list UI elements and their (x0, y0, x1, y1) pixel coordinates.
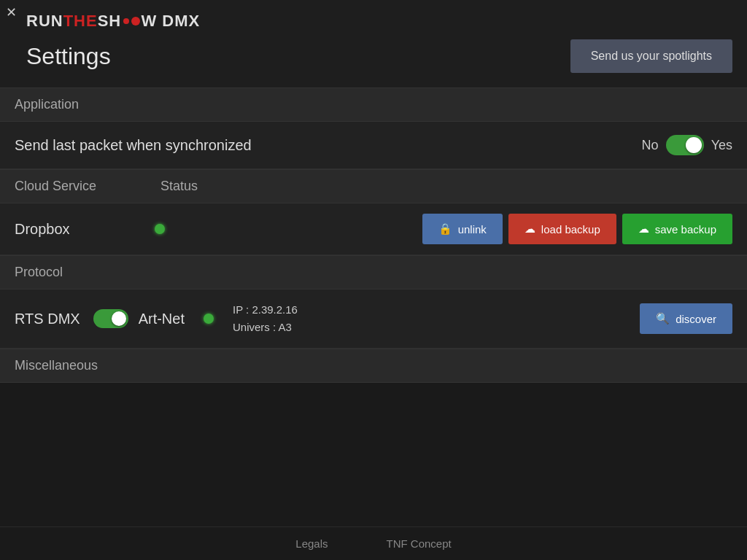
protocol-status-dot (204, 314, 214, 324)
send-packet-label: Send last packet when synchronized (15, 137, 252, 154)
lock-icon: 🔒 (438, 222, 452, 236)
cloud-service-section-header: Cloud Service Status (0, 169, 747, 203)
toggle-yes-label: Yes (711, 138, 732, 153)
close-button[interactable]: ✕ (6, 6, 17, 19)
discover-label: discover (676, 313, 716, 325)
discover-button[interactable]: 🔍 discover (640, 303, 732, 334)
miscellaneous-section-header: Miscellaneous (0, 349, 747, 383)
load-backup-button[interactable]: ☁ load backup (508, 214, 616, 244)
artnet-label: Art-Net (139, 311, 185, 327)
app-header: RUNTHESH W DMX Settings Send us your spo… (0, 0, 747, 88)
save-backup-label: save backup (655, 223, 716, 236)
protocol-univers: Univers : A3 (233, 319, 298, 336)
settings-row: Settings Send us your spotlights (26, 36, 732, 80)
protocol-section-header: Protocol (0, 255, 747, 289)
save-backup-button[interactable]: ☁ save backup (622, 214, 732, 244)
protocol-row: RTS DMX Art-Net IP : 2.39.2.16 Univers :… (0, 289, 747, 349)
logo-show-o (121, 12, 131, 31)
footer: Legals TNF Concept (0, 526, 747, 560)
protocol-info: IP : 2.39.2.16 Univers : A3 (233, 301, 298, 336)
cloud-status-label: Status (160, 179, 198, 194)
dropbox-status-dot (155, 224, 165, 234)
app-title-bar: RUNTHESH W DMX (26, 12, 732, 31)
dropbox-row: Dropbox 🔒 unlink ☁ load backup ☁ save ba… (0, 203, 747, 255)
key-icon: 🔍 (656, 312, 670, 325)
rts-toggle[interactable] (93, 309, 128, 328)
logo-the: THE (63, 12, 98, 30)
unlink-label: unlink (458, 223, 487, 236)
logo-dmx: DMX (157, 12, 200, 30)
cloud-service-label: Cloud Service (15, 179, 160, 194)
page-title: Settings (26, 43, 111, 70)
logo-show-circle (131, 17, 140, 26)
send-packet-row: Send last packet when synchronized No Ye… (0, 122, 747, 169)
spotlight-button[interactable]: Send us your spotlights (570, 39, 732, 73)
toggle-group: No Yes (642, 135, 732, 155)
logo-show-sh: SH (98, 12, 122, 30)
application-section-header: Application (0, 88, 747, 122)
app-logo: RUNTHESH W DMX (26, 12, 200, 31)
load-backup-label: load backup (541, 223, 600, 236)
application-label: Application (15, 97, 79, 112)
cloud-save-icon: ☁ (638, 222, 649, 236)
logo-show-w: W (141, 12, 157, 30)
packet-toggle[interactable] (666, 135, 704, 155)
cloud-buttons: 🔒 unlink ☁ load backup ☁ save backup (422, 214, 732, 244)
unlink-button[interactable]: 🔒 unlink (422, 214, 503, 244)
protocol-label: Protocol (15, 265, 63, 279)
cloud-load-icon: ☁ (525, 222, 535, 236)
protocol-ip: IP : 2.39.2.16 (233, 301, 298, 319)
miscellaneous-label: Miscellaneous (15, 358, 98, 373)
rts-label: RTS DMX (15, 311, 80, 327)
logo-run: RUN (26, 12, 63, 30)
close-icon: ✕ (6, 5, 17, 20)
legals-link[interactable]: Legals (295, 537, 328, 550)
toggle-no-label: No (642, 138, 659, 153)
tnf-link[interactable]: TNF Concept (387, 537, 452, 550)
dropbox-label: Dropbox (15, 221, 146, 238)
